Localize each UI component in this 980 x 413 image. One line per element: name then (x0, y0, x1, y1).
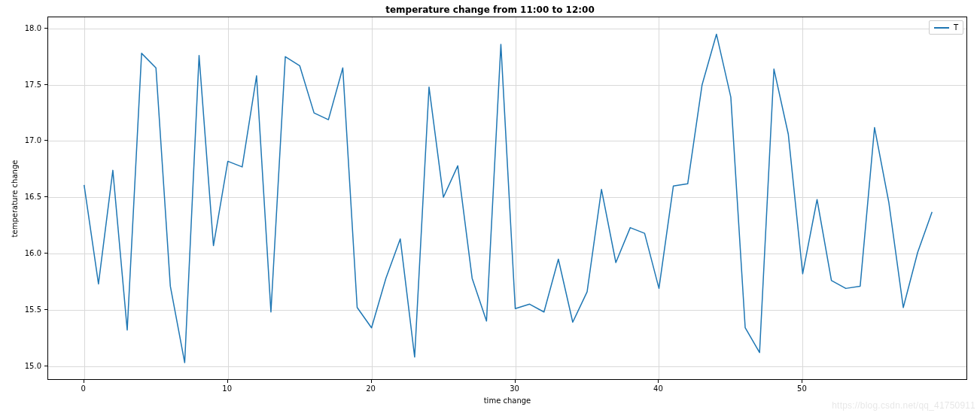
y-tick-mark (44, 84, 47, 85)
chart-title: temperature change from 11:00 to 12:00 (0, 5, 980, 15)
y-tick-label: 15.0 (11, 361, 41, 369)
x-tick-mark (515, 380, 516, 383)
y-tick-label: 16.5 (11, 193, 41, 201)
x-tick-mark (658, 380, 659, 383)
x-tick-label: 0 (72, 384, 95, 393)
chart-line-layer (48, 17, 968, 381)
y-tick-mark (44, 253, 47, 254)
y-tick-label: 15.5 (11, 305, 41, 313)
y-tick-label: 17.5 (11, 80, 41, 88)
y-tick-mark (44, 28, 47, 29)
legend-label: T (954, 23, 958, 32)
x-tick-label: 50 (790, 384, 813, 393)
x-tick-label: 30 (504, 384, 526, 393)
y-tick-mark (44, 309, 47, 310)
y-tick-mark (44, 366, 47, 366)
x-tick-mark (371, 380, 372, 383)
series-line (84, 34, 933, 363)
x-tick-mark (802, 380, 802, 383)
x-tick-label: 40 (647, 384, 669, 393)
y-tick-label: 17.0 (11, 136, 41, 144)
y-tick-label: 16.0 (11, 249, 41, 257)
legend-swatch (934, 27, 949, 29)
x-axis-label: time change (47, 396, 967, 405)
x-tick-mark (227, 380, 228, 383)
chart-legend: T (929, 20, 963, 35)
y-tick-label: 18.0 (11, 23, 41, 32)
y-tick-mark (44, 140, 47, 141)
y-tick-mark (44, 196, 47, 197)
chart-plot-area (47, 17, 967, 380)
x-tick-mark (84, 380, 84, 383)
x-tick-label: 10 (216, 384, 239, 393)
watermark-text: https://blog.csdn.net/qq_41750911 (832, 400, 975, 411)
x-tick-label: 20 (360, 384, 382, 393)
